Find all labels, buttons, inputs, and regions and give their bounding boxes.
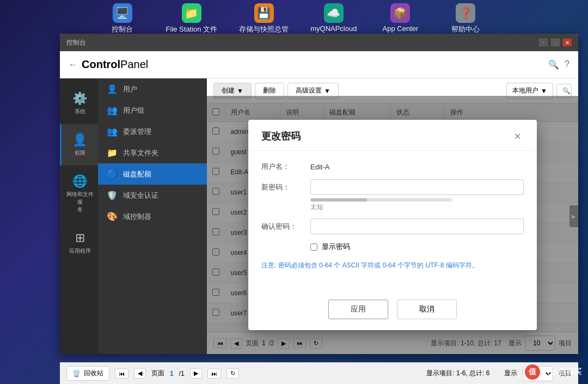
- sidebar-item-usergroup[interactable]: 👥 用户组: [98, 100, 207, 121]
- sidebar-item-system[interactable]: ⚙️ 系统: [60, 83, 98, 124]
- taskbar-label-myqnap: myQNAPcloud: [310, 25, 357, 33]
- recycle-icon: 🗑️: [72, 370, 81, 377]
- sidebar-item-diskquota[interactable]: 🔵 磁盘配额: [98, 163, 207, 185]
- window-titlebar: 控制台 − □ ✕: [60, 34, 578, 51]
- watermark-icon: 值: [525, 364, 540, 380]
- system-icon: ⚙️: [72, 92, 87, 106]
- recycle-bin[interactable]: 🗑️ 回收站: [66, 366, 109, 381]
- help-circle-icon[interactable]: ?: [565, 59, 569, 70]
- modal-footer: 应用 取消: [248, 293, 537, 330]
- username-row: 用户名： Edit-A: [261, 162, 524, 172]
- create-dropdown-arrow: ▼: [237, 87, 243, 95]
- taskbar: 🖥️ 控制台 📁 File Station 文件管理器 💾 存储与快照总管 ☁️…: [0, 0, 588, 34]
- main-window: 控制台 − □ ✕ ← ControlPanel 🔍 ? ⚙️ 系统: [60, 34, 578, 354]
- diskquota-icon: 🔵: [107, 169, 118, 179]
- confirm-password-label: 确认密码：: [261, 222, 310, 231]
- usergroup-label: 用户组: [123, 106, 144, 115]
- window-title: 控制台: [66, 38, 86, 47]
- bottom-window: 🗑️ 回收站 ⏮ ◀ 页面 1 /1 ▶ ⏭ ↻ 显示项目: 1-6, 总计: …: [60, 362, 578, 384]
- domaincontroller-icon: 🎨: [107, 211, 118, 222]
- confirm-password-input[interactable]: [310, 218, 524, 234]
- show-password-label: 显示密码: [322, 242, 350, 252]
- strength-fill: [310, 198, 367, 202]
- cp-title: ← ControlPanel: [69, 58, 148, 71]
- sidebar-item-network[interactable]: 🌐 网络和文件服务: [60, 166, 98, 222]
- watermark-text: 什么值得买: [543, 367, 581, 377]
- domainsecurity-icon: 🛡️: [107, 190, 118, 200]
- apply-button[interactable]: 应用: [328, 300, 388, 319]
- domaincontroller-label: 域控制器: [123, 212, 151, 222]
- sidebar-right: 👤 用户 👥 用户组 👥 委派管理 📁 共享文件夹 🔵 磁盘配额 🛡️: [98, 78, 207, 354]
- filter-arrow-icon: ▼: [541, 87, 547, 95]
- bottom-display-info: 显示项目: 1-6, 总计: 6: [426, 369, 489, 378]
- taskbar-item-storage[interactable]: 💾 存储与快照总管: [239, 3, 289, 34]
- cancel-button[interactable]: 取消: [397, 300, 457, 319]
- sidebar-item-domaincontroller[interactable]: 🎨 域控制器: [98, 206, 207, 227]
- taskbar-item-control[interactable]: 🖥️ 控制台: [101, 3, 144, 34]
- system-label: 系统: [75, 108, 85, 115]
- bottom-prev-page[interactable]: ◀: [134, 368, 146, 379]
- bottom-total-pages: /1: [179, 370, 185, 377]
- privilege-icon: 👤: [72, 133, 87, 147]
- advanced-dropdown-arrow: ▼: [324, 87, 330, 95]
- help-icon: ❓: [456, 3, 475, 23]
- change-password-modal: 更改密码 ✕ 用户名： Edit-A 新密码：: [248, 120, 537, 330]
- modal-close-button[interactable]: ✕: [511, 130, 524, 143]
- bottom-next-page[interactable]: ▶: [190, 368, 202, 379]
- taskbar-label-help: 帮助中心: [451, 25, 480, 34]
- password-strength-hint: 太短: [310, 198, 524, 212]
- taskbar-label-control: 控制台: [112, 25, 133, 34]
- close-button[interactable]: ✕: [563, 39, 572, 46]
- bottom-page-label: 页面: [151, 369, 164, 378]
- sidebar-item-sharedfolder[interactable]: 📁 共享文件夹: [98, 142, 207, 163]
- appcenter-icon: 📦: [390, 3, 410, 23]
- maximize-button[interactable]: □: [551, 39, 560, 46]
- filestation-icon: 📁: [182, 3, 201, 23]
- back-button[interactable]: ←: [69, 60, 77, 70]
- bottom-first-page[interactable]: ⏮: [115, 369, 128, 379]
- taskbar-item-myqnap[interactable]: ☁️ myQNAPcloud: [310, 3, 357, 33]
- sidebar-item-domainsecurity[interactable]: 🛡️ 域安全认证: [98, 185, 207, 206]
- cp-title-text: ControlPanel: [82, 58, 148, 71]
- taskbar-label-appcenter: App Center: [383, 25, 419, 33]
- delegate-label: 委派管理: [123, 127, 151, 137]
- cp-header: ← ControlPanel 🔍 ?: [60, 51, 578, 78]
- search-icon[interactable]: 🔍: [548, 59, 559, 70]
- show-password-checkbox[interactable]: [310, 243, 317, 251]
- apps-label: 应用程序: [69, 247, 91, 255]
- title-normal: Panel: [120, 58, 148, 70]
- new-password-row: 新密码：: [261, 179, 524, 195]
- show-password-row: 显示密码: [310, 242, 524, 252]
- domainsecurity-label: 域安全认证: [123, 191, 158, 200]
- modal-header: 更改密码 ✕: [248, 120, 537, 151]
- username-label: 用户名：: [261, 162, 310, 172]
- bottom-current-page: 1: [170, 370, 174, 377]
- sidebar-left: ⚙️ 系统 👤 权限 🌐 网络和文件服务 ⊞ 应用程序: [60, 78, 98, 354]
- strength-bar: [310, 198, 452, 202]
- network-label: 网络和文件服务: [66, 191, 94, 214]
- sidebar-item-apps[interactable]: ⊞ 应用程序: [60, 222, 98, 264]
- modal-body: 用户名： Edit-A 新密码： 太短: [248, 151, 537, 292]
- user-icon: 👤: [107, 84, 118, 94]
- sharedfolder-label: 共享文件夹: [123, 148, 158, 158]
- modal-overlay: 更改密码 ✕ 用户名： Edit-A 新密码：: [207, 96, 578, 354]
- minimize-button[interactable]: −: [539, 39, 548, 46]
- new-password-input[interactable]: [310, 179, 524, 195]
- bottom-last-page[interactable]: ⏭: [207, 369, 221, 379]
- network-icon: 🌐: [72, 174, 87, 188]
- taskbar-label-storage: 存储与快照总管: [239, 25, 289, 34]
- title-bold: Control: [82, 58, 120, 70]
- delegate-icon: 👥: [107, 126, 118, 137]
- sidebar-item-delegate[interactable]: 👥 委派管理: [98, 121, 207, 142]
- sidebar-item-user[interactable]: 👤 用户: [98, 78, 207, 100]
- taskbar-item-help[interactable]: ❓ 帮助中心: [444, 3, 487, 34]
- sidebar-item-privilege[interactable]: 👤 权限: [60, 124, 98, 166]
- strength-hint-text: 太短: [310, 203, 323, 211]
- password-note: 注意: 密码必须包含 0-64 个 ASCII 字符或 0-64 个字节的 UT…: [261, 260, 524, 271]
- new-password-label: 新密码：: [261, 182, 310, 192]
- bottom-show-label: 显示: [504, 369, 517, 378]
- bottom-refresh[interactable]: ↻: [226, 368, 239, 379]
- taskbar-item-appcenter[interactable]: 📦 App Center: [378, 3, 422, 33]
- window-controls: − □ ✕: [539, 39, 572, 46]
- control-icon: 🖥️: [113, 3, 132, 23]
